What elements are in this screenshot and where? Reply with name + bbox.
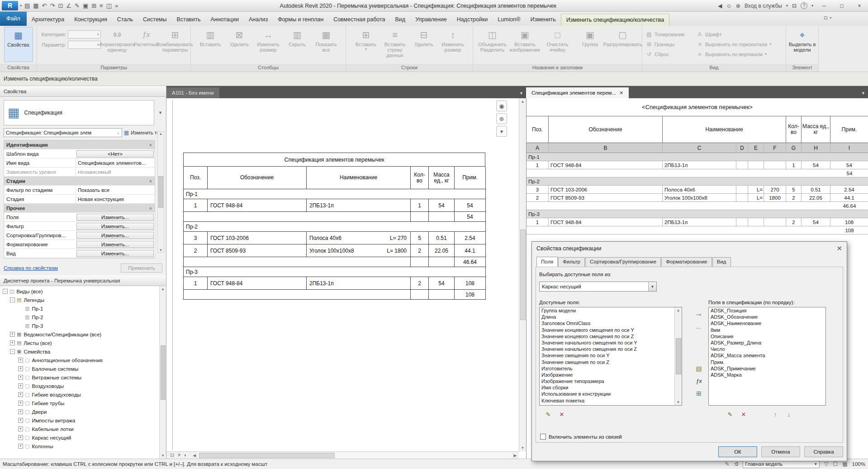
undo-icon[interactable]: ↶ [42,2,47,9]
ribbon-tab[interactable]: Сталь [112,14,138,26]
scroll-down-icon[interactable]: ▼ [521,446,525,450]
redo-icon[interactable]: ↷ [50,2,55,9]
schedule-cell[interactable]: ГОСТ 103-2006 [549,186,663,194]
list-item[interactable]: Значение смещения по оси Z [540,359,674,365]
revit-logo[interactable]: R [2,1,18,10]
property-value[interactable]: Изменить... [76,223,154,230]
schedule-cell[interactable] [736,218,748,226]
list-item[interactable]: Длина [540,314,674,320]
schedule-cell[interactable] [786,202,802,210]
scroll-up-icon[interactable]: ▲ [521,100,525,104]
list-item[interactable]: Прим. [709,359,825,365]
column-letter[interactable]: C [663,143,736,153]
ribbon-button[interactable]: Вставить строку данных [380,27,409,62]
dialog-tab[interactable]: Фильтр [558,257,585,267]
tree-item[interactable]: + Гибкие трубы [0,399,159,407]
tree-item[interactable]: + Ведомости/Спецификации (все) [0,330,159,339]
list-item[interactable]: Ключевая пометка [540,397,674,404]
property-row[interactable]: Поля Изменить... [4,213,155,222]
schedule-cell[interactable] [736,202,748,210]
shadows-icon[interactable]: ◐ [184,452,187,458]
schedule-header-cell[interactable]: Поз. [526,116,549,143]
edit-parameter-icon[interactable]: ✎ [545,411,552,418]
property-row[interactable]: Зависимость уровня Независимый [4,168,155,177]
property-row[interactable]: Имя вида Спецификация элементов... [4,158,155,168]
schedule-cell[interactable] [736,169,748,177]
ribbon-button[interactable]: Скрыть [283,27,312,62]
panel-label[interactable]: Параметры [37,64,190,72]
tree-item[interactable]: + Листы (все) [0,339,159,347]
property-value[interactable]: Изменить... [76,214,154,221]
schedule-cell[interactable]: 0.51 [802,186,830,194]
ribbon-button[interactable]: Удалить [225,27,254,62]
properties-scrollbar[interactable]: ▲ ▼ [157,131,164,253]
properties-palette-header[interactable]: Свойства [0,86,166,97]
ribbon-small-button[interactable]: Выровнять по горизонтали ▾ [693,39,783,49]
tree-expander-icon[interactable]: - [3,289,8,294]
schedule-cell[interactable] [764,169,786,177]
schedule-cell[interactable]: 44.1 [830,194,868,202]
view-list-arrow-icon[interactable]: ▼ [861,91,865,96]
tree-item[interactable]: + Воздуховоды [0,382,159,390]
list-item[interactable]: Описание [709,333,825,340]
chevron-down-icon[interactable]: ▾ [830,16,831,20]
tree-item[interactable]: + Балочные системы [0,364,159,373]
schedule-cell[interactable]: Полоса 40х6 [663,186,736,194]
ribbon-small-button[interactable]: Границы [642,39,693,49]
schedule-cell[interactable] [663,226,736,234]
schedule-cell[interactable] [748,218,764,226]
tree-expander-icon[interactable]: + [18,426,23,431]
ribbon-small-button[interactable]: Сброс [642,49,693,59]
zoom-level[interactable]: 100% [852,461,865,467]
property-row[interactable]: Стадия Новая конструкция [4,195,155,204]
ribbon-button[interactable]: Разгруппировать [607,27,639,62]
property-row[interactable]: Форматирование Изменить... [4,240,155,249]
apply-button[interactable]: Применить [121,263,162,273]
tree-expander-icon[interactable]: + [18,444,23,449]
ribbon-tab[interactable]: Формы и генплан [273,14,328,26]
schedule-cell[interactable] [786,226,802,234]
canvas-vertical-scrollbar[interactable]: ▲ ▼ [519,98,526,451]
schedule-header-cell[interactable]: Обозначение [549,116,663,143]
schedule-cell[interactable] [549,202,663,210]
tree-expander-icon[interactable]: + [18,383,23,388]
save-icon[interactable]: ▦ [33,2,38,9]
property-value[interactable]: Изменить... [76,232,154,239]
browser-scrollbar[interactable]: ▲ ▼ [159,286,166,459]
tag-icon[interactable]: ✎ [75,2,80,9]
tree-item[interactable]: + Каркас несущий [0,433,159,442]
tree-item[interactable]: + Гибкие воздуховоды [0,390,159,399]
minimize-button[interactable]: ─ [817,3,831,9]
ok-button[interactable]: ОК [718,446,757,457]
panel-label[interactable]: Названия и заголовки [473,64,642,72]
schedule-title[interactable]: <Спецификация элементов перемычек> [526,98,868,116]
schedule-cell[interactable]: 2ПБ13-1п [663,218,736,226]
tree-expander-icon[interactable]: + [18,375,23,380]
help-arrow-icon[interactable]: ▾ [811,4,813,8]
schedule-cell[interactable]: 1 [786,161,802,169]
schedule-cell[interactable]: 3 [526,186,549,194]
list-item[interactable]: Значение начального смещения по оси Z [540,346,674,352]
panel-label[interactable]: Элемент [786,64,818,72]
schedule-cell[interactable]: ГОСТ 8509-93 [549,194,663,202]
ribbon-button[interactable]: Форматировать единицу [103,27,132,62]
section-collapse-icon[interactable] [149,179,152,183]
schedule-header-cell[interactable]: Прим. [830,116,868,143]
list-item[interactable]: Число [709,346,825,352]
list-item[interactable]: Изображение [540,372,674,378]
scroll-up-icon[interactable]: ▲ [159,132,163,136]
ribbon-tab[interactable]: Аннотации [205,14,243,26]
cancel-button[interactable]: Отмена [761,446,800,457]
list-item[interactable]: Изготовитель [540,365,674,372]
list-item[interactable]: 8мм [709,327,825,333]
scroll-down-icon[interactable]: ▼ [159,248,163,252]
tree-item[interactable]: Пр-2 [0,313,159,321]
ribbon-tab[interactable]: Совместная работа [328,14,390,26]
filter-icon[interactable]: ▽ [824,461,828,467]
schedule-cell[interactable] [764,226,786,234]
schedule-cell[interactable]: 108 [830,218,868,226]
tree-expander-icon[interactable]: + [10,332,15,337]
schedule-cell[interactable] [764,218,786,226]
schedule-cell[interactable]: ГОСТ 948-84 [549,218,663,226]
schedule-cell[interactable]: 54 [802,161,830,169]
